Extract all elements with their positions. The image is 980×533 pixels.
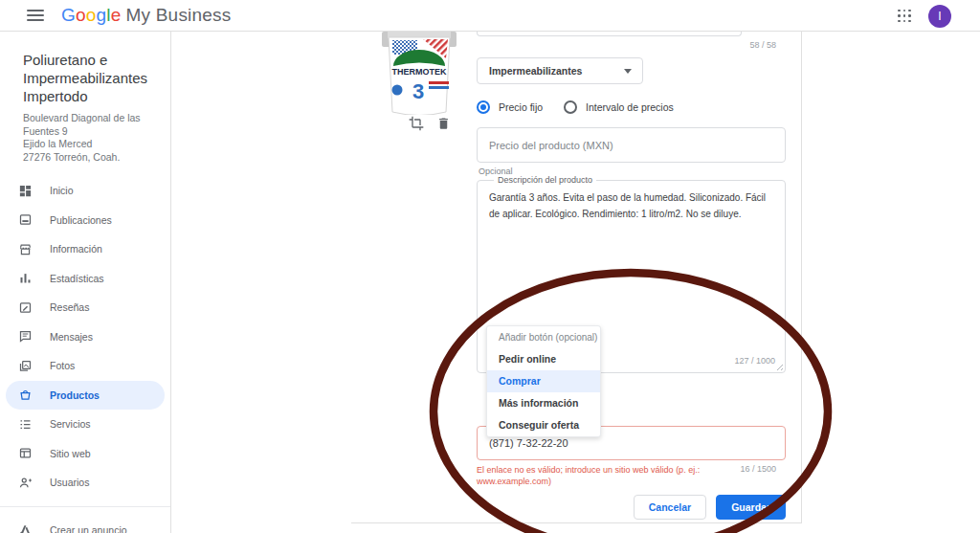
description-value[interactable]: Garantía 3 años. Evita el paso de la hum… bbox=[489, 190, 773, 222]
dropdown-option-pedir-online[interactable]: Pedir online bbox=[487, 348, 600, 370]
apps-icon[interactable] bbox=[898, 10, 911, 23]
radio-precio-fijo[interactable] bbox=[477, 100, 490, 114]
posts-icon bbox=[17, 212, 33, 228]
product-number-text: 3 bbox=[412, 79, 424, 103]
sidebar-divider bbox=[0, 506, 170, 507]
link-error-message: El enlace no es válido; introduce un sit… bbox=[477, 464, 711, 487]
photos-icon bbox=[17, 358, 33, 373]
sidebar-item-servicios[interactable]: Servicios bbox=[0, 410, 170, 439]
logo-text: My Business bbox=[126, 5, 232, 26]
product-name-field-cutoff[interactable] bbox=[477, 32, 742, 36]
dropdown-option-comprar[interactable]: Comprar bbox=[487, 370, 600, 392]
dropdown-option-mas-informacion[interactable]: Más información bbox=[487, 392, 600, 414]
page: Google My Business I Poliuretano e Imper… bbox=[0, 0, 980, 533]
sidebar-item-mensajes[interactable]: Mensajes bbox=[0, 322, 170, 352]
business-name: Poliuretano e Impermeabilizantes Imperto… bbox=[23, 51, 157, 105]
chevron-down-icon bbox=[624, 69, 632, 74]
name-char-counter: 58 / 58 bbox=[477, 40, 776, 50]
product-brand-text: THERMOTEK bbox=[392, 67, 447, 77]
sidebar-item-resenas[interactable]: Reseñas bbox=[0, 293, 170, 322]
menu-icon[interactable] bbox=[27, 10, 44, 21]
app-header: Google My Business I bbox=[0, 0, 980, 32]
resize-handle[interactable] bbox=[774, 362, 783, 370]
price-type-group: Precio fijo Intervalo de precios bbox=[477, 100, 674, 114]
description-char-counter: 127 / 1000 bbox=[734, 356, 775, 366]
products-bag-icon bbox=[17, 388, 33, 403]
sidebar-nav: Inicio Publicaciones Información Estadís… bbox=[0, 176, 170, 533]
product-edit-card: THERMOTEK 3 58 / 58 Imper bbox=[351, 32, 802, 523]
logo-letter: o bbox=[86, 5, 97, 26]
sidebar-item-informacion[interactable]: Información bbox=[0, 234, 170, 264]
bar-chart-icon bbox=[17, 271, 33, 286]
dropdown-option-conseguir-oferta[interactable]: Conseguir oferta bbox=[487, 414, 600, 436]
category-select[interactable]: Impermeabilizantes bbox=[477, 57, 643, 84]
sidebar-item-inicio[interactable]: Inicio bbox=[0, 176, 170, 206]
list-icon bbox=[17, 416, 33, 432]
sidebar-item-productos[interactable]: Productos bbox=[6, 381, 165, 411]
price-input[interactable] bbox=[477, 127, 786, 163]
logo-letter: G bbox=[61, 5, 76, 26]
add-button-dropdown: Añadir botón (opcional) Pedir online Com… bbox=[486, 325, 601, 437]
chat-icon bbox=[17, 329, 33, 344]
list-panel bbox=[171, 32, 351, 533]
browser-icon bbox=[17, 446, 33, 461]
ads-icon bbox=[17, 522, 33, 533]
logo-letter: g bbox=[97, 5, 107, 26]
description-label: Descripción del producto bbox=[494, 175, 596, 185]
sidebar-item-sitio-web[interactable]: Sitio web bbox=[0, 439, 170, 469]
radio-intervalo-precios[interactable] bbox=[564, 100, 577, 114]
radio-intervalo-label: Intervalo de precios bbox=[586, 101, 674, 113]
sidebar-item-publicaciones[interactable]: Publicaciones bbox=[0, 206, 170, 235]
cancel-button[interactable]: Cancelar bbox=[634, 495, 706, 520]
delete-icon[interactable] bbox=[436, 116, 452, 131]
storefront-icon bbox=[17, 241, 33, 256]
link-char-counter: 16 / 1500 bbox=[740, 464, 786, 487]
sidebar-item-fotos[interactable]: Fotos bbox=[0, 351, 170, 381]
review-pencil-icon bbox=[17, 300, 33, 315]
radio-precio-fijo-label: Precio fijo bbox=[499, 101, 543, 113]
add-user-icon bbox=[17, 475, 33, 490]
category-value: Impermeabilizantes bbox=[489, 65, 582, 77]
logo-letter: o bbox=[76, 5, 86, 26]
dashboard-icon bbox=[17, 183, 33, 198]
crop-icon[interactable] bbox=[409, 116, 424, 131]
sidebar-item-estadisticas[interactable]: Estadísticas bbox=[0, 264, 170, 294]
avatar[interactable]: I bbox=[928, 5, 951, 28]
business-address: Boulevard Diagonal de las Fuentes 9 Ejid… bbox=[23, 112, 157, 164]
sidebar-item-crear-anuncio[interactable]: Crear un anuncio bbox=[0, 516, 170, 533]
logo-letter: e bbox=[111, 5, 122, 26]
app-logo[interactable]: Google My Business bbox=[61, 5, 231, 26]
save-button[interactable]: Guardar bbox=[716, 495, 786, 520]
product-image[interactable]: THERMOTEK 3 bbox=[381, 32, 457, 115]
dropdown-header: Añadir botón (opcional) bbox=[487, 326, 600, 348]
sidebar: Poliuretano e Impermeabilizantes Imperto… bbox=[0, 32, 171, 533]
sidebar-item-usuarios[interactable]: Usuarios bbox=[0, 468, 170, 498]
